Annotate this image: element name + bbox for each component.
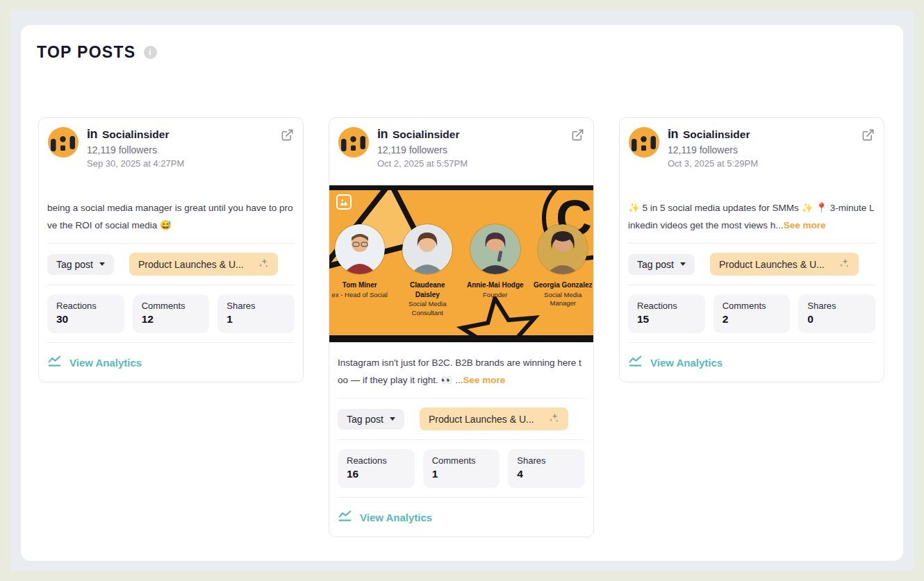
person: Claudeane Daisley Social Media Consultan… <box>397 224 459 318</box>
tag-post-button[interactable]: Tag post <box>47 254 114 275</box>
post-image[interactable]: C <box>329 185 593 342</box>
external-link-icon[interactable] <box>281 128 294 144</box>
sparkles-icon <box>548 412 559 426</box>
tag-value: Product Launches & U... <box>138 259 244 270</box>
post-text-content: ✨ 5 in 5 social media updates for SMMs ✨… <box>628 203 874 230</box>
followers-count: 12,119 followers <box>668 144 758 155</box>
tag-value: Product Launches & U... <box>429 414 534 425</box>
person-photo <box>538 224 588 274</box>
post-card: in Socialinsider 12,119 followers Sep 30… <box>38 117 304 382</box>
sparkles-icon <box>258 258 269 271</box>
divider <box>47 285 295 285</box>
author-name: Socialinsider <box>102 128 169 141</box>
post-header: in Socialinsider 12,119 followers Oct 2,… <box>329 118 593 169</box>
comments-stat: Comments 12 <box>133 294 210 333</box>
person: Annie-Mai Hodge Founder <box>465 224 526 318</box>
tag-row: Tag post Product Launches & U... <box>329 407 593 430</box>
reactions-stat: Reactions 30 <box>47 294 124 333</box>
post-text: ✨ 5 in 5 social media updates for SMMs ✨… <box>620 199 884 234</box>
see-more-link[interactable]: See more <box>784 220 826 230</box>
tag-post-button[interactable]: Tag post <box>338 409 404 430</box>
post-meta: in Socialinsider 12,119 followers Sep 30… <box>87 127 184 169</box>
person-photo <box>470 224 520 274</box>
see-more-link[interactable]: See more <box>463 375 505 385</box>
reactions-stat: Reactions 16 <box>338 449 415 488</box>
stat-value: 12 <box>142 313 201 326</box>
tag-post-button[interactable]: Tag post <box>628 254 695 275</box>
stat-label: Reactions <box>637 301 696 311</box>
image-bottom-bar <box>329 335 593 342</box>
shares-stat: Shares 0 <box>798 294 875 333</box>
reactions-stat: Reactions 15 <box>628 294 705 333</box>
stat-label: Shares <box>226 301 286 311</box>
linkedin-icon: in <box>377 127 388 142</box>
author-name: Socialinsider <box>393 128 459 141</box>
chart-icon <box>338 509 352 525</box>
caret-down-icon <box>390 417 395 421</box>
stat-label: Reactions <box>56 301 115 311</box>
stat-value: 0 <box>807 313 866 326</box>
chart-icon <box>47 354 62 371</box>
stat-label: Comments <box>432 455 491 466</box>
socialinsider-avatar <box>629 127 659 158</box>
chart-icon <box>628 354 643 371</box>
stat-label: Shares <box>807 301 866 311</box>
person: Tom Miner ex - Head of Social <box>329 224 390 318</box>
followers-count: 12,119 followers <box>377 144 468 155</box>
person-role: Founder <box>465 291 526 300</box>
socialinsider-avatar <box>338 127 369 158</box>
tag-row: Tag post Product Launches & U... <box>620 253 884 276</box>
post-tag-pill[interactable]: Product Launches & U... <box>420 407 568 430</box>
shares-stat: Shares 1 <box>217 294 295 333</box>
tag-post-label: Tag post <box>637 259 674 270</box>
post-header: in Socialinsider 12,119 followers Sep 30… <box>39 118 303 169</box>
tag-post-label: Tag post <box>56 259 93 270</box>
stat-value: 15 <box>637 313 696 326</box>
view-analytics-label: View Analytics <box>650 357 723 369</box>
stat-value: 1 <box>226 313 286 326</box>
external-link-icon[interactable] <box>571 128 584 144</box>
person-role: ex - Head of Social <box>329 291 390 300</box>
view-analytics-link[interactable]: View Analytics <box>620 352 884 382</box>
caret-down-icon <box>680 262 686 266</box>
author-name: Socialinsider <box>683 128 750 141</box>
post-text-content: being a social media manager is great un… <box>47 203 292 230</box>
stat-label: Shares <box>517 455 576 466</box>
view-analytics-label: View Analytics <box>360 512 432 523</box>
divider <box>338 439 585 440</box>
stat-label: Reactions <box>347 455 406 466</box>
person-photo <box>335 224 385 274</box>
external-link-icon[interactable] <box>861 128 875 144</box>
person: Georgia Gonzalez Social Media Manager <box>533 224 594 318</box>
post-text: Instagram isn't just for B2C. B2B brands… <box>329 354 593 389</box>
image-top-bar <box>329 185 593 190</box>
person-role: Social Media Consultant <box>397 300 459 318</box>
view-analytics-label: View Analytics <box>69 357 142 369</box>
post-header: in Socialinsider 12,119 followers Oct 3,… <box>620 118 884 169</box>
post-tag-pill[interactable]: Product Launches & U... <box>129 253 278 276</box>
info-icon[interactable]: i <box>144 46 157 59</box>
person-role: Social Media Manager <box>533 291 594 309</box>
stat-value: 16 <box>347 468 406 480</box>
post-card: in Socialinsider 12,119 followers Oct 3,… <box>619 117 884 382</box>
content-area: TOP POSTS i <box>10 10 914 571</box>
person-photo <box>402 224 452 274</box>
stats-row: Reactions 16 Comments 1 Shares 4 <box>329 449 593 488</box>
comments-stat: Comments 1 <box>423 449 500 488</box>
tag-value: Product Launches & U... <box>719 259 825 270</box>
post-card: in Socialinsider 12,119 followers Oct 2,… <box>329 117 594 537</box>
view-analytics-link[interactable]: View Analytics <box>329 507 593 537</box>
stat-value: 4 <box>517 468 576 480</box>
stat-label: Comments <box>142 301 201 311</box>
caret-down-icon <box>99 262 105 266</box>
linkedin-icon: in <box>87 127 97 142</box>
divider <box>47 342 295 343</box>
post-date: Oct 3, 2025 at 5:29PM <box>668 158 758 169</box>
post-tag-pill[interactable]: Product Launches & U... <box>710 253 859 276</box>
linkedin-icon: in <box>668 127 678 142</box>
person-name: Tom Miner <box>329 280 390 290</box>
view-analytics-link[interactable]: View Analytics <box>39 352 303 382</box>
page-title: TOP POSTS <box>37 43 136 62</box>
divider <box>628 243 875 244</box>
person-name: Annie-Mai Hodge <box>465 280 526 290</box>
